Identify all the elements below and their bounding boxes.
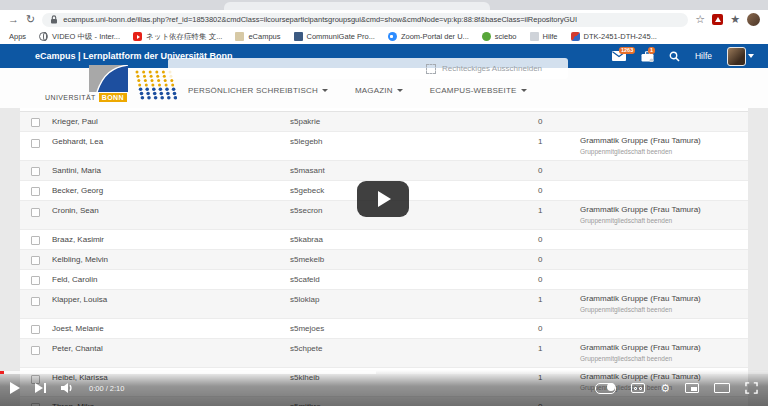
next-icon: [35, 383, 43, 393]
user-menu[interactable]: [727, 47, 754, 66]
player-play-button[interactable]: [10, 382, 20, 394]
autoplay-toggle[interactable]: [595, 383, 616, 394]
search-icon[interactable]: [669, 51, 680, 62]
group-count: 0: [538, 166, 568, 175]
bookmark-item[interactable]: VIDEO 中级 - Inter...: [39, 32, 120, 42]
table-row: Braaz, Kasimir s5kabraa 0: [20, 230, 748, 250]
end-group-membership-link[interactable]: Gruppenmitgliedschaft beenden: [580, 217, 701, 224]
row-checkbox[interactable]: [31, 118, 40, 127]
row-checkbox[interactable]: [31, 276, 40, 285]
mail-icon[interactable]: 1263: [612, 51, 626, 61]
adobe-acrobat-extension-icon[interactable]: [712, 14, 723, 25]
video-frame-ecampus-participants: → ↻ ecampus.uni-bonn.de/ilias.php?ref_id…: [0, 0, 768, 406]
theater-mode-icon[interactable]: [714, 383, 730, 393]
browser-tab[interactable]: [224, 2, 490, 10]
page-content: Krieger, Paul s5pakrie 0 Gebhardt, Lea s…: [0, 108, 768, 406]
nav-menu-label: MAGAZIN: [355, 86, 393, 95]
fullscreen-icon[interactable]: [745, 382, 758, 394]
group-count: 0: [538, 117, 568, 126]
bookmark-label: CommuniGate Pro...: [307, 32, 375, 41]
bookmark-favicon-icon: [39, 32, 48, 41]
bookmark-label: ネット依存症特集 文...: [146, 32, 222, 42]
table-row: Joest, Melanie s5mejoes 0: [20, 319, 748, 339]
mail-badge: 1263: [619, 47, 635, 54]
nav-menu-item[interactable]: ECAMPUS-WEBSEITE: [430, 86, 527, 95]
end-group-membership-link[interactable]: Gruppenmitgliedschaft beenden: [580, 148, 701, 155]
nav-menu-item[interactable]: MAGAZIN: [355, 86, 403, 95]
participant-name: Kelbling, Melvin: [52, 255, 278, 264]
row-checkbox[interactable]: [31, 208, 40, 217]
row-checkbox[interactable]: [31, 297, 40, 306]
bookmark-star-icon[interactable]: ☆: [695, 14, 705, 25]
participant-username: s5mekelb: [290, 255, 526, 264]
participant-name: Krieger, Paul: [52, 117, 278, 126]
bookmark-item[interactable]: ネット依存症特集 文...: [133, 32, 222, 42]
extension-star-icon[interactable]: ★: [730, 14, 740, 25]
chevron-down-icon: [521, 89, 527, 92]
browser-tab-strip[interactable]: [0, 0, 768, 10]
bookmark-item[interactable]: Zoom-Portal der U...: [388, 32, 469, 41]
browser-profile-avatar[interactable]: [747, 13, 760, 26]
nav-menu-item[interactable]: PERSÖNLICHER SCHREIBTISCH: [188, 86, 328, 95]
video-played-bar: [0, 371, 4, 374]
group-count: 0: [538, 186, 568, 195]
snip-toast-label: Rechteckiges Ausschneiden: [442, 64, 542, 73]
row-checkbox[interactable]: [31, 325, 40, 334]
settings-gear-icon[interactable]: ⚙: [660, 383, 670, 394]
group-count: 0: [538, 255, 568, 264]
bookmark-item[interactable]: sciebo: [482, 32, 517, 41]
time-display: 0:00 / 2:10: [89, 384, 124, 393]
row-checkbox[interactable]: [31, 167, 40, 176]
bookmark-item[interactable]: DTK-2451-DTH-245...: [571, 32, 657, 41]
reload-icon[interactable]: ↻: [26, 14, 35, 25]
help-link[interactable]: Hilfe: [695, 51, 712, 61]
participant-username: s5pakrie: [290, 117, 526, 126]
group-count: 0: [538, 275, 568, 284]
participant-name: Becker, Georg: [52, 186, 278, 195]
browser-toolbar: → ↻ ecampus.uni-bonn.de/ilias.php?ref_id…: [0, 10, 768, 29]
row-checkbox[interactable]: [31, 236, 40, 245]
video-progress-bar[interactable]: [0, 371, 768, 374]
group-name: Grammatik Gruppe (Frau Tamura): [580, 205, 701, 214]
row-checkbox[interactable]: [31, 187, 40, 196]
table-row: Santini, Maria s5masant 0: [20, 161, 748, 181]
participant-username: s5legebh: [290, 137, 526, 146]
uni-bonn-logo: [89, 65, 128, 92]
url-text: ecampus.uni-bonn.de/ilias.php?ref_id=185…: [63, 15, 577, 24]
participant-name: Joest, Melanie: [52, 324, 278, 333]
bookmark-label: Zoom-Portal der U...: [401, 32, 469, 41]
briefcase-icon[interactable]: 1: [641, 51, 654, 62]
end-group-membership-link[interactable]: Gruppenmitgliedschaft beenden: [580, 355, 701, 362]
group-count: 1: [538, 344, 568, 353]
bookmarks-bar: Apps VIDEO 中级 - Inter... ネット依存症特集 文... e…: [0, 29, 768, 44]
forward-icon[interactable]: →: [8, 14, 19, 25]
volume-icon[interactable]: [61, 382, 74, 394]
address-bar[interactable]: ecampus.uni-bonn.de/ilias.php?ref_id=185…: [42, 13, 688, 27]
table-row: Krieger, Paul s5pakrie 0: [20, 112, 748, 132]
bookmark-item[interactable]: CommuniGate Pro...: [294, 32, 375, 41]
participants-table: Krieger, Paul s5pakrie 0 Gebhardt, Lea s…: [20, 108, 748, 406]
main-navigation: PERSÖNLICHER SCHREIBTISCH MAGAZIN ECAMPU…: [188, 86, 527, 95]
row-checkbox[interactable]: [31, 256, 40, 265]
play-icon: [378, 191, 391, 207]
participant-name: Cronin, Sean: [52, 206, 278, 215]
table-row: Feld, Carolin s5cafeld 0: [20, 270, 748, 290]
bookmark-item[interactable]: eCampus: [235, 32, 280, 41]
row-checkbox[interactable]: [31, 346, 40, 355]
bookmark-item[interactable]: Hilfe: [530, 32, 558, 41]
bookmark-favicon-icon: [388, 32, 397, 41]
miniplayer-icon[interactable]: [685, 383, 699, 393]
group-count: 1: [538, 137, 568, 146]
player-next-button[interactable]: [35, 383, 46, 393]
video-player-bar: 0:00 / 2:10 ⚙: [0, 370, 768, 406]
play-button-overlay[interactable]: [357, 181, 409, 217]
nav-menu-label: PERSÖNLICHER SCHREIBTISCH: [188, 86, 318, 95]
user-avatar: [727, 47, 746, 66]
participant-username: s5chpete: [290, 344, 526, 353]
bookmark-item[interactable]: Apps: [9, 32, 26, 41]
next-icon-bar: [44, 383, 46, 393]
group-count: 0: [538, 324, 568, 333]
subtitles-icon[interactable]: [631, 383, 645, 393]
row-checkbox[interactable]: [31, 139, 40, 148]
end-group-membership-link[interactable]: Gruppenmitgliedschaft beenden: [580, 306, 701, 313]
